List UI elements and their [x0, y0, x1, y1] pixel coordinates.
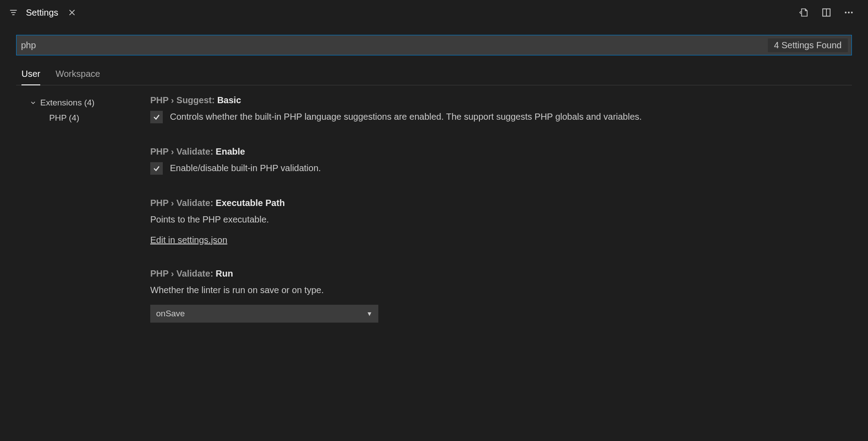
- open-settings-json-icon[interactable]: [799, 8, 809, 17]
- tree-item-extensions[interactable]: Extensions (4): [30, 95, 150, 110]
- tab-area: Settings: [0, 0, 84, 25]
- tree-item-php[interactable]: PHP (4): [30, 110, 150, 126]
- scope-tab-user[interactable]: User: [21, 69, 40, 85]
- search-result-count: 4 Settings Found: [768, 38, 848, 52]
- scope-tab-workspace[interactable]: Workspace: [55, 69, 100, 85]
- tab-settings[interactable]: Settings: [0, 0, 84, 25]
- title-actions: [799, 8, 868, 17]
- more-actions-icon[interactable]: [844, 8, 854, 17]
- svg-point-8: [848, 12, 850, 13]
- setting-title: PHP › Suggest: Basic: [150, 95, 834, 105]
- edit-in-settings-json-link[interactable]: Edit in settings.json: [150, 235, 227, 245]
- setting-php-validate-run: PHP › Validate: Run Whether the linter i…: [150, 269, 834, 323]
- svg-point-7: [845, 12, 847, 13]
- select-value: onSave: [156, 309, 185, 319]
- setting-title: PHP › Validate: Executable Path: [150, 198, 834, 208]
- titlebar: Settings: [0, 0, 868, 25]
- settings-list: PHP › Suggest: Basic Controls whether th…: [150, 95, 852, 346]
- split-editor-icon[interactable]: [821, 8, 831, 17]
- settings-content: 4 Settings Found User Workspace Extensio…: [0, 25, 868, 346]
- checkbox[interactable]: [150, 162, 163, 175]
- checkbox[interactable]: [150, 111, 163, 123]
- settings-filter-icon: [9, 8, 18, 17]
- select-validate-run[interactable]: onSave ▼: [150, 305, 378, 323]
- search-input[interactable]: [17, 35, 768, 55]
- tab-title: Settings: [26, 8, 58, 18]
- close-icon[interactable]: [66, 7, 78, 18]
- setting-description: Points to the PHP executable.: [150, 213, 834, 226]
- setting-description: Enable/disable built-in PHP validation.: [170, 161, 321, 175]
- setting-php-validate-enable: PHP › Validate: Enable Enable/disable bu…: [150, 147, 834, 175]
- setting-title: PHP › Validate: Enable: [150, 147, 834, 157]
- setting-title: PHP › Validate: Run: [150, 269, 834, 279]
- tree-label: Extensions (4): [40, 98, 94, 108]
- search-container: 4 Settings Found: [16, 35, 852, 55]
- settings-body: Extensions (4) PHP (4) PHP › Suggest: Ba…: [16, 95, 852, 346]
- chevron-down-icon: [30, 99, 37, 106]
- setting-php-validate-executable-path: PHP › Validate: Executable Path Points t…: [150, 198, 834, 245]
- chevron-down-icon: ▼: [366, 310, 373, 317]
- svg-point-9: [851, 12, 853, 13]
- setting-description: Whether the linter is run on save or on …: [150, 283, 834, 297]
- setting-description: Controls whether the built-in PHP langua…: [170, 110, 642, 123]
- tree-label: PHP (4): [49, 113, 79, 123]
- scope-tabs: User Workspace: [16, 69, 852, 85]
- settings-tree: Extensions (4) PHP (4): [16, 95, 150, 346]
- setting-php-suggest-basic: PHP › Suggest: Basic Controls whether th…: [150, 95, 834, 123]
